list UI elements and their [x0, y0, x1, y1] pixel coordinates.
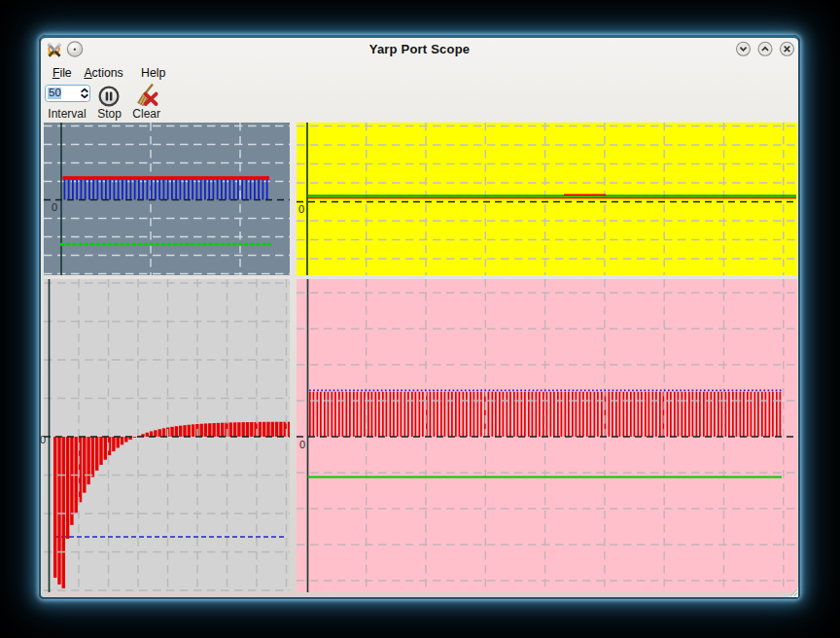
svg-text:0: 0 — [52, 201, 57, 213]
svg-text:0: 0 — [298, 203, 304, 215]
svg-text:0: 0 — [299, 439, 305, 450]
